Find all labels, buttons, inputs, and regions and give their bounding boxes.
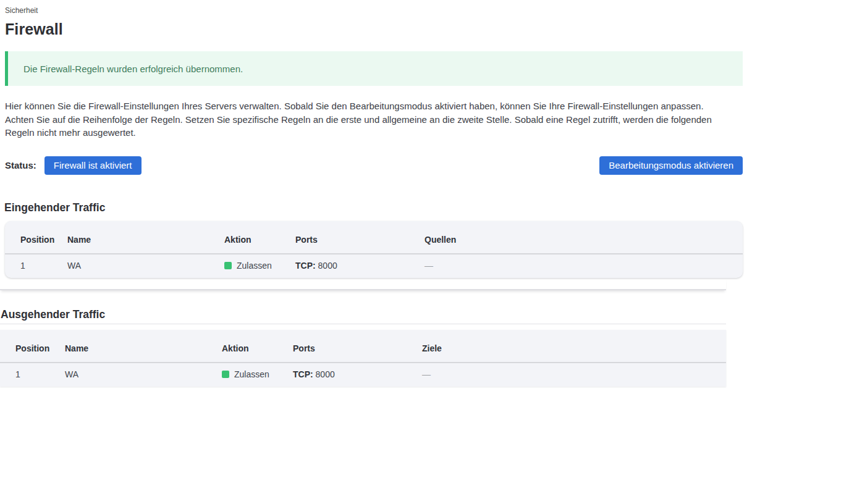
firewall-status-button[interactable]: Firewall ist aktiviert: [44, 156, 142, 175]
cell-sources: —: [425, 254, 743, 278]
success-alert: Die Firewall-Regeln wurden erfolgreich ü…: [5, 51, 743, 86]
incoming-traffic-table: Position Name Aktion Ports Quellen 1 WA …: [5, 221, 743, 278]
cell-position: 1: [5, 254, 67, 278]
cell-position: 1: [0, 363, 65, 387]
table-header-row: Position Name Aktion Ports Ziele: [0, 330, 726, 363]
cell-action: Zulassen: [224, 254, 295, 278]
firewall-settings-page: Sicherheit Firewall Die Firewall-Regeln …: [0, 0, 849, 504]
intro-text: Hier können Sie die Firewall-Einstellung…: [5, 99, 728, 140]
outgoing-traffic-table: Position Name Aktion Ports Ziele 1 WA Zu…: [0, 330, 726, 387]
table-row: 1 WA Zulassen TCP: 8000 —: [0, 363, 726, 387]
status-label: Status:: [5, 160, 36, 170]
column-header-aktion: Aktion: [224, 221, 295, 254]
table-row: 1 WA Zulassen TCP: 8000 —: [5, 254, 743, 278]
breadcrumb[interactable]: Sicherheit: [5, 6, 743, 15]
outgoing-traffic-table-card: Position Name Aktion Ports Ziele 1 WA Zu…: [0, 330, 726, 387]
incoming-traffic-table-card: Position Name Aktion Ports Quellen 1 WA …: [5, 221, 743, 278]
empty-value-dash: —: [425, 261, 433, 271]
column-header-ziele: Ziele: [422, 330, 726, 363]
column-header-ports: Ports: [293, 330, 422, 363]
column-header-position: Position: [5, 221, 67, 254]
allow-indicator-icon: [224, 262, 232, 269]
main-content: Sicherheit Firewall Die Firewall-Regeln …: [5, 6, 743, 387]
outgoing-traffic-heading: Ausgehender Traffic: [1, 308, 743, 321]
action-label: Zulassen: [234, 369, 269, 379]
empty-value-dash: —: [422, 369, 431, 379]
cell-targets: —: [422, 363, 726, 387]
panel-bottom-edge: [0, 278, 726, 290]
status-row: Status: Firewall ist aktiviert Bearbeitu…: [5, 156, 743, 175]
column-header-quellen: Quellen: [425, 221, 743, 254]
cell-name: WA: [67, 254, 224, 278]
port-value: 8000: [316, 369, 335, 379]
edit-mode-button[interactable]: Bearbeitungsmodus aktivieren: [599, 156, 743, 175]
column-header-aktion: Aktion: [222, 330, 293, 363]
cell-ports: TCP: 8000: [295, 254, 425, 278]
action-label: Zulassen: [237, 261, 272, 271]
column-header-name: Name: [67, 221, 224, 254]
column-header-position: Position: [0, 330, 65, 363]
protocol-label: TCP:: [293, 369, 313, 379]
incoming-traffic-heading: Eingehender Traffic: [4, 201, 743, 214]
cell-ports: TCP: 8000: [293, 363, 422, 387]
column-header-name: Name: [65, 330, 222, 363]
protocol-label: TCP:: [295, 261, 316, 271]
intro-paragraph-1: Hier können Sie die Firewall-Einstellung…: [5, 99, 728, 113]
column-header-ports: Ports: [295, 221, 425, 254]
table-header-row: Position Name Aktion Ports Quellen: [5, 221, 743, 254]
success-alert-message: Die Firewall-Regeln wurden erfolgreich ü…: [23, 64, 243, 74]
page-title: Firewall: [5, 20, 743, 38]
intro-paragraph-2: Achten Sie auf die Reihenfolge der Regel…: [5, 113, 728, 140]
section-divider: [0, 324, 726, 324]
cell-action: Zulassen: [222, 363, 293, 387]
allow-indicator-icon: [222, 371, 229, 378]
port-value: 8000: [318, 261, 337, 271]
cell-name: WA: [65, 363, 222, 387]
